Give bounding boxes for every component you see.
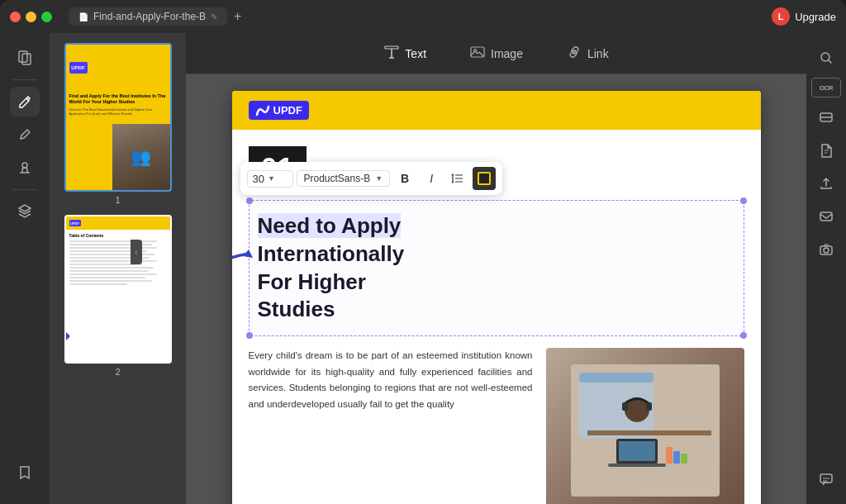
file-button[interactable] [811,136,841,165]
text-color-button[interactable] [473,167,496,190]
toolbar-link-label: Link [587,47,609,60]
link-toolbar-icon [566,44,582,64]
scan-button[interactable] [811,102,841,132]
pdf-body-column: Every child's dream is to be part of an … [249,348,533,504]
svg-rect-10 [587,430,711,435]
sidebar-item-bookmark[interactable] [10,458,40,487]
thumbnail-page-2[interactable]: UPDF Table of Contents [64,215,172,364]
user-avatar[interactable]: L [772,7,790,26]
main-content: Text Image [186,33,806,504]
tab-label: Find-and-Apply-For-the-B [93,11,206,22]
toolbar-image-item[interactable]: Image [461,39,531,69]
toc-line-3 [69,247,157,249]
sidebar-divider-1 [12,79,37,80]
font-name-arrow: ▼ [375,174,383,183]
font-size-control[interactable]: 30 ▼ [247,170,293,188]
pdf-body-text: Every child's dream is to be part of an … [249,348,533,412]
sidebar-item-edit[interactable] [10,87,40,116]
toc-line-12 [69,277,145,278]
sidebar-item-pages[interactable] [10,43,40,73]
handle-br[interactable] [740,332,747,339]
pdf-heading: Need to Apply Internationally For Higher… [258,209,735,327]
toc-line-13 [69,280,152,282]
thumb2-arrow: ➜ [64,327,70,345]
pdf-student-image [546,348,744,504]
pdf-logo-text: UPDF [273,104,302,116]
heading-highlight: Need to Apply [258,213,402,238]
sidebar-divider-2 [12,189,37,190]
top-toolbar: Text Image [186,33,806,74]
mail-button[interactable] [811,202,841,231]
ocr-button[interactable]: OCR [811,78,841,97]
handle-bl[interactable] [246,332,253,339]
svg-rect-15 [666,447,673,464]
thumb-updf-logo-1: UPDF [69,62,88,74]
sidebar-item-annotate[interactable] [10,120,40,150]
svg-rect-18 [622,402,628,411]
export-button[interactable] [811,169,841,198]
heading-line3: For Higher [258,269,366,294]
close-button[interactable] [10,12,21,22]
toolbar-link-item[interactable]: Link [558,39,617,69]
thumb-people-image: 👥 [112,124,170,190]
tab-edit-icon[interactable]: ✎ [211,12,217,21]
handle-tr[interactable] [740,197,747,204]
thumbnail-item-2: UPDF Table of Contents [56,215,179,377]
thumb-page-num-1: 1 [115,195,120,205]
svg-rect-1 [22,54,31,64]
pdf-page: UPDF 01 [232,91,761,504]
line-spacing-button[interactable] [446,167,469,190]
text-selection-box: Need to Apply Internationally For Higher… [249,200,744,336]
thumb-page-num-2: 2 [115,367,120,377]
svg-rect-0 [19,51,27,62]
sidebar-item-stamp[interactable] [10,153,40,183]
image-toolbar-icon [469,44,486,64]
thumbnail-panel: UPDF Find and Apply For the Best Institu… [50,33,186,504]
pdf-header: UPDF [232,91,761,130]
toolbar-text-item[interactable]: Text [375,39,435,69]
font-name-dropdown[interactable]: ProductSans-B ▼ [297,170,391,187]
arrow-annotation [232,233,257,286]
new-tab-button[interactable]: + [231,9,245,24]
panel-collapse-arrow[interactable]: ‹ [131,240,142,264]
thumbnail-item-1: UPDF Find and Apply For the Best Institu… [56,43,179,205]
svg-rect-3 [385,46,398,49]
thumb2-content: Table of Contents ➜ [66,230,170,290]
ocr-label: OCR [820,84,833,92]
thumb-image-1: 👥 [112,124,170,190]
heading-line1: Need to Apply [258,213,402,238]
font-size-arrow: ▼ [268,174,275,183]
thumb-subtitle-1: Discover The Best Educational Institute … [69,107,167,116]
upgrade-label[interactable]: Upgrade [795,11,836,23]
app-body: UPDF Find and Apply For the Best Institu… [0,33,846,504]
minimize-button[interactable] [26,12,36,22]
camera-button[interactable] [811,235,841,264]
pdf-updf-logo: UPDF [249,101,309,120]
handle-tl[interactable] [246,197,253,204]
toc-line-7 [69,260,157,262]
toolbar-text-label: Text [405,47,426,60]
italic-button[interactable]: I [420,167,443,190]
chat-button[interactable] [811,464,841,494]
doc-viewer: UPDF 01 [186,74,806,504]
sidebar-left [0,33,50,504]
sidebar-item-layers[interactable] [10,197,40,226]
maximize-button[interactable] [41,12,52,22]
svg-rect-19 [646,402,652,411]
sidebar-right: OCR [806,33,846,504]
thumb-title-1: Find and Apply For the Best Institutes I… [69,93,167,105]
search-right-button[interactable] [811,43,841,73]
svg-point-24 [824,248,829,253]
thumbnail-page-1[interactable]: UPDF Find and Apply For the Best Institu… [64,43,172,192]
toc-line-14 [69,283,128,285]
tab-bar: 📄 Find-and-Apply-For-the-B ✎ + [69,7,245,26]
svg-rect-9 [579,373,654,383]
svg-point-2 [22,163,27,168]
thumb-content-1: Find and Apply For the Best Institutes I… [66,90,170,190]
font-size-value: 30 [253,173,264,185]
traffic-lights [10,12,52,22]
toolbar-image-label: Image [491,47,523,60]
bold-button[interactable]: B [393,167,416,190]
color-swatch [478,172,491,185]
active-tab[interactable]: 📄 Find-and-Apply-For-the-B ✎ [69,7,227,26]
